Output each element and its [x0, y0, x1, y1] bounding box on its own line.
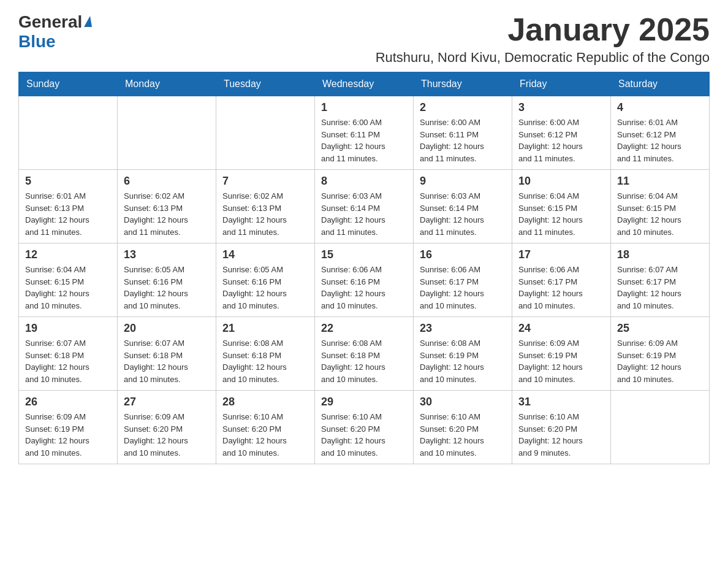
- day-number: 23: [420, 322, 506, 335]
- logo-blue-text: Blue: [18, 32, 56, 51]
- day-info: Sunrise: 6:08 AM Sunset: 6:18 PM Dayligh…: [222, 337, 308, 385]
- day-info: Sunrise: 6:06 AM Sunset: 6:16 PM Dayligh…: [321, 264, 407, 312]
- calendar-cell: 21Sunrise: 6:08 AM Sunset: 6:18 PM Dayli…: [216, 317, 315, 391]
- day-info: Sunrise: 6:05 AM Sunset: 6:16 PM Dayligh…: [124, 264, 210, 312]
- day-info: Sunrise: 6:04 AM Sunset: 6:15 PM Dayligh…: [25, 264, 111, 312]
- day-number: 25: [617, 322, 703, 335]
- weekday-header-sunday: Sunday: [19, 72, 118, 96]
- day-number: 21: [222, 322, 308, 335]
- calendar-cell: 29Sunrise: 6:10 AM Sunset: 6:20 PM Dayli…: [315, 391, 414, 464]
- calendar-cell: 17Sunrise: 6:06 AM Sunset: 6:17 PM Dayli…: [512, 243, 611, 317]
- day-info: Sunrise: 6:05 AM Sunset: 6:16 PM Dayligh…: [222, 264, 308, 312]
- calendar-table: SundayMondayTuesdayWednesdayThursdayFrid…: [18, 72, 710, 464]
- day-number: 2: [420, 101, 506, 114]
- day-info: Sunrise: 6:07 AM Sunset: 6:17 PM Dayligh…: [617, 264, 703, 312]
- logo-general-text: General: [18, 12, 82, 32]
- calendar-cell: 30Sunrise: 6:10 AM Sunset: 6:20 PM Dayli…: [414, 391, 512, 464]
- day-info: Sunrise: 6:03 AM Sunset: 6:14 PM Dayligh…: [321, 190, 407, 238]
- day-info: Sunrise: 6:07 AM Sunset: 6:18 PM Dayligh…: [25, 337, 111, 385]
- calendar-cell: 24Sunrise: 6:09 AM Sunset: 6:19 PM Dayli…: [512, 317, 611, 391]
- day-info: Sunrise: 6:10 AM Sunset: 6:20 PM Dayligh…: [321, 411, 407, 459]
- day-number: 16: [420, 248, 506, 261]
- day-info: Sunrise: 6:06 AM Sunset: 6:17 PM Dayligh…: [518, 264, 604, 312]
- day-number: 3: [518, 101, 604, 114]
- day-number: 30: [420, 396, 506, 408]
- day-info: Sunrise: 6:09 AM Sunset: 6:19 PM Dayligh…: [617, 337, 703, 385]
- day-info: Sunrise: 6:10 AM Sunset: 6:20 PM Dayligh…: [518, 411, 604, 459]
- day-number: 31: [518, 396, 604, 408]
- day-info: Sunrise: 6:09 AM Sunset: 6:19 PM Dayligh…: [518, 337, 604, 385]
- calendar-cell: 12Sunrise: 6:04 AM Sunset: 6:15 PM Dayli…: [19, 243, 118, 317]
- day-info: Sunrise: 6:00 AM Sunset: 6:11 PM Dayligh…: [321, 117, 407, 164]
- logo-icon-container: [82, 16, 92, 28]
- day-info: Sunrise: 6:09 AM Sunset: 6:20 PM Dayligh…: [124, 411, 210, 459]
- day-number: 20: [124, 322, 210, 335]
- calendar-cell: 23Sunrise: 6:08 AM Sunset: 6:19 PM Dayli…: [414, 317, 512, 391]
- day-info: Sunrise: 6:09 AM Sunset: 6:19 PM Dayligh…: [25, 411, 111, 459]
- day-number: 28: [222, 396, 308, 408]
- calendar-cell: 28Sunrise: 6:10 AM Sunset: 6:20 PM Dayli…: [216, 391, 315, 464]
- day-number: 1: [321, 101, 407, 114]
- calendar-cell: [118, 96, 216, 170]
- calendar-week-row: 5Sunrise: 6:01 AM Sunset: 6:13 PM Daylig…: [19, 170, 710, 243]
- calendar-cell: 25Sunrise: 6:09 AM Sunset: 6:19 PM Dayli…: [611, 317, 710, 391]
- day-number: 9: [420, 175, 506, 188]
- calendar-cell: 27Sunrise: 6:09 AM Sunset: 6:20 PM Dayli…: [118, 391, 216, 464]
- day-info: Sunrise: 6:02 AM Sunset: 6:13 PM Dayligh…: [222, 190, 308, 238]
- weekday-header-tuesday: Tuesday: [216, 72, 315, 96]
- weekday-header-thursday: Thursday: [414, 72, 512, 96]
- weekday-header-friday: Friday: [512, 72, 611, 96]
- day-info: Sunrise: 6:06 AM Sunset: 6:17 PM Dayligh…: [420, 264, 506, 312]
- day-info: Sunrise: 6:10 AM Sunset: 6:20 PM Dayligh…: [222, 411, 308, 459]
- day-info: Sunrise: 6:02 AM Sunset: 6:13 PM Dayligh…: [124, 190, 210, 238]
- calendar-cell: 6Sunrise: 6:02 AM Sunset: 6:13 PM Daylig…: [118, 170, 216, 243]
- day-number: 13: [124, 248, 210, 261]
- day-info: Sunrise: 6:01 AM Sunset: 6:13 PM Dayligh…: [25, 190, 111, 238]
- calendar-cell: 14Sunrise: 6:05 AM Sunset: 6:16 PM Dayli…: [216, 243, 315, 317]
- calendar-cell: 7Sunrise: 6:02 AM Sunset: 6:13 PM Daylig…: [216, 170, 315, 243]
- calendar-cell: 10Sunrise: 6:04 AM Sunset: 6:15 PM Dayli…: [512, 170, 611, 243]
- calendar-cell: 26Sunrise: 6:09 AM Sunset: 6:19 PM Dayli…: [19, 391, 118, 464]
- day-info: Sunrise: 6:08 AM Sunset: 6:19 PM Dayligh…: [420, 337, 506, 385]
- calendar-cell: [611, 391, 710, 464]
- calendar-week-row: 12Sunrise: 6:04 AM Sunset: 6:15 PM Dayli…: [19, 243, 710, 317]
- calendar-cell: 2Sunrise: 6:00 AM Sunset: 6:11 PM Daylig…: [414, 96, 512, 170]
- calendar-week-row: 1Sunrise: 6:00 AM Sunset: 6:11 PM Daylig…: [19, 96, 710, 170]
- day-info: Sunrise: 6:07 AM Sunset: 6:18 PM Dayligh…: [124, 337, 210, 385]
- day-number: 22: [321, 322, 407, 335]
- calendar-cell: 5Sunrise: 6:01 AM Sunset: 6:13 PM Daylig…: [19, 170, 118, 243]
- day-number: 14: [222, 248, 308, 261]
- day-number: 5: [25, 175, 111, 188]
- day-number: 15: [321, 248, 407, 261]
- day-info: Sunrise: 6:03 AM Sunset: 6:14 PM Dayligh…: [420, 190, 506, 238]
- day-number: 17: [518, 248, 604, 261]
- month-title: January 2025: [376, 12, 710, 47]
- calendar-cell: 20Sunrise: 6:07 AM Sunset: 6:18 PM Dayli…: [118, 317, 216, 391]
- calendar-cell: 22Sunrise: 6:08 AM Sunset: 6:18 PM Dayli…: [315, 317, 414, 391]
- day-number: 24: [518, 322, 604, 335]
- calendar-cell: 4Sunrise: 6:01 AM Sunset: 6:12 PM Daylig…: [611, 96, 710, 170]
- calendar-cell: 31Sunrise: 6:10 AM Sunset: 6:20 PM Dayli…: [512, 391, 611, 464]
- page-header: General Blue January 2025 Rutshuru, Nord…: [18, 12, 710, 66]
- day-info: Sunrise: 6:00 AM Sunset: 6:11 PM Dayligh…: [420, 117, 506, 164]
- logo-triangle-icon: [84, 16, 92, 27]
- day-info: Sunrise: 6:04 AM Sunset: 6:15 PM Dayligh…: [617, 190, 703, 238]
- calendar-cell: 18Sunrise: 6:07 AM Sunset: 6:17 PM Dayli…: [611, 243, 710, 317]
- calendar-week-row: 26Sunrise: 6:09 AM Sunset: 6:19 PM Dayli…: [19, 391, 710, 464]
- day-number: 8: [321, 175, 407, 188]
- weekday-header-monday: Monday: [118, 72, 216, 96]
- day-number: 27: [124, 396, 210, 408]
- weekday-header-saturday: Saturday: [611, 72, 710, 96]
- calendar-cell: [19, 96, 118, 170]
- day-info: Sunrise: 6:04 AM Sunset: 6:15 PM Dayligh…: [518, 190, 604, 238]
- day-number: 10: [518, 175, 604, 188]
- weekday-header-row: SundayMondayTuesdayWednesdayThursdayFrid…: [19, 72, 710, 96]
- day-info: Sunrise: 6:08 AM Sunset: 6:18 PM Dayligh…: [321, 337, 407, 385]
- day-number: 4: [617, 101, 703, 114]
- day-number: 18: [617, 248, 703, 261]
- calendar-cell: 19Sunrise: 6:07 AM Sunset: 6:18 PM Dayli…: [19, 317, 118, 391]
- day-number: 29: [321, 396, 407, 408]
- calendar-cell: 9Sunrise: 6:03 AM Sunset: 6:14 PM Daylig…: [414, 170, 512, 243]
- location-title: Rutshuru, Nord Kivu, Democratic Republic…: [376, 50, 710, 66]
- day-info: Sunrise: 6:01 AM Sunset: 6:12 PM Dayligh…: [617, 117, 703, 164]
